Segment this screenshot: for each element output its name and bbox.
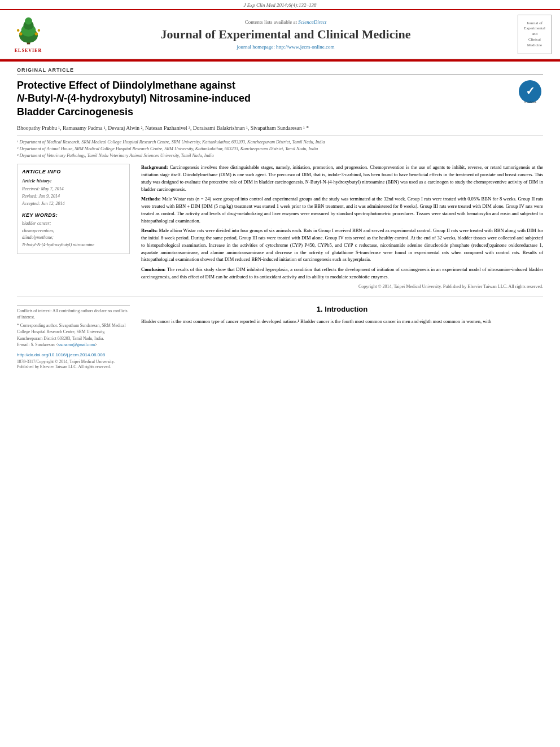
corresponding-star: * Corresponding author. — [17, 323, 58, 328]
section-divider — [17, 296, 543, 296]
journal-logo-right: Journal ofExperimentalandClinicalMedicin… — [515, 15, 554, 54]
journal-homepage: journal homepage: http://www.jecm-online… — [56, 44, 515, 50]
conclusion-paragraph: Conclusion: The results of this study sh… — [141, 266, 543, 281]
affiliation-1: ¹ Department of Medical Research, SRM Me… — [17, 139, 543, 146]
elsevier-label: ELSEVIER — [15, 48, 42, 53]
svg-point-4 — [25, 18, 32, 25]
homepage-label: journal homepage: — [237, 44, 275, 50]
keyword-3: diindolymethane; — [22, 234, 125, 242]
journal-center: Contents lists available at ScienceDirec… — [56, 15, 515, 54]
elsevier-tree-icon — [13, 16, 44, 47]
background-label: Background: — [141, 164, 168, 170]
citation-text: J Exp Clin Med 2014;6(4):132–138 — [244, 2, 317, 8]
article-info-box: ARTICLE INFO Article history: Received: … — [17, 164, 130, 254]
doi-block: http://dx.doi.org/10.1016/j.jecm.2014.06… — [17, 352, 130, 369]
abstract-block: Background: Carcinogenesis involves thre… — [141, 164, 543, 290]
svg-point-5 — [19, 32, 23, 35]
bottom-right-col: 1. Introduction Bladder cancer is the mo… — [141, 302, 543, 370]
keyword-1: bladder cancer; — [22, 220, 125, 228]
two-col-layout: ARTICLE INFO Article history: Received: … — [0, 164, 560, 290]
copyright-line: Copyright © 2014, Taipei Medical Univers… — [141, 283, 543, 290]
email-link[interactable]: ssunamo@gmail.com — [58, 342, 95, 347]
intro-heading: 1. Introduction — [141, 305, 543, 313]
journal-logo-box: Journal ofExperimentalandClinicalMedicin… — [518, 15, 552, 54]
svg-point-6 — [34, 32, 38, 35]
article-title-block: Protective Effect of Diindolylmethane ag… — [17, 79, 543, 119]
methods-paragraph: Methods: Male Wistar rats (n = 24) were … — [141, 195, 543, 224]
section-label: ORIGINAL ARTICLE — [17, 67, 543, 75]
science-direct-text: Contents lists available at — [245, 19, 297, 25]
citation-bar: J Exp Clin Med 2014;6(4):132–138 — [0, 0, 560, 9]
conflict-note: Conflicts of interest: All contributing … — [17, 305, 130, 321]
issn-line: 1878-3317/Copyright © 2014, Taipei Medic… — [17, 359, 130, 369]
logo-text: Journal ofExperimentalandClinicalMedicin… — [524, 21, 545, 49]
svg-point-7 — [16, 29, 19, 32]
left-column: ARTICLE INFO Article history: Received: … — [17, 164, 130, 290]
article-info-title: ARTICLE INFO — [22, 169, 125, 174]
methods-text: Male Wistar rats (n = 24) were grouped i… — [141, 196, 543, 223]
homepage-url[interactable]: http://www.jecm-online.com — [276, 44, 334, 50]
science-direct-link[interactable]: ScienceDirect — [298, 19, 326, 25]
corresponding-author-note: * Corresponding author. Sivapatham Sunda… — [17, 322, 130, 348]
doi-link[interactable]: http://dx.doi.org/10.1016/j.jecm.2014.06… — [17, 352, 130, 357]
background-text: Carcinogenesis involves three distinguis… — [141, 164, 543, 191]
received-date: Received: May 7, 2014 — [22, 186, 125, 193]
keyword-2: chemoprevention; — [22, 228, 125, 235]
email-label: E-mail: — [17, 342, 30, 347]
elsevier-logo: ELSEVIER — [6, 15, 51, 54]
results-paragraph: Results: Male albino Wistar rats were di… — [141, 227, 543, 263]
right-column-abstract: Background: Carcinogenesis involves thre… — [141, 164, 543, 290]
science-direct-line: Contents lists available at ScienceDirec… — [56, 19, 515, 25]
page: J Exp Clin Med 2014;6(4):132–138 ELSEVIE… — [0, 0, 560, 747]
bottom-two-col: Conflicts of interest: All contributing … — [0, 302, 560, 370]
intro-paragraph: Bladder cancer is the most common type o… — [141, 318, 491, 324]
affiliation-3: ³ Department of Veterinary Pathology, Ta… — [17, 152, 543, 159]
svg-text:✓: ✓ — [526, 85, 535, 97]
journal-header: ELSEVIER Contents lists available at Sci… — [0, 9, 560, 59]
accepted-date: Accepted: Jun 12, 2014 — [22, 200, 125, 208]
crossmark-logo: ✓ CrossMark — [518, 79, 543, 104]
conclusion-text: The results of this study show that DIM … — [141, 267, 543, 279]
svg-text:CrossMark: CrossMark — [524, 101, 537, 103]
intro-text: Bladder cancer is the most common type o… — [141, 318, 543, 325]
background-paragraph: Background: Carcinogenesis involves thre… — [141, 164, 543, 193]
bottom-left-col: Conflicts of interest: All contributing … — [17, 302, 130, 370]
svg-point-8 — [37, 29, 40, 32]
authors-line: Bhoopathy Prabhu ¹, Ramasamy Padma ¹, De… — [17, 124, 543, 132]
keyword-4: N-butyl-N-(4-hydroxybutyl) nitrosamine — [22, 242, 125, 249]
keywords-title: KEY WORDS: — [22, 212, 125, 218]
methods-label: Methods: — [141, 196, 160, 202]
keywords-section: KEY WORDS: bladder cancer; chemopreventi… — [22, 212, 125, 249]
article-title: Protective Effect of Diindolylmethane ag… — [17, 79, 464, 119]
revised-date: Revised: Jun 9, 2014 — [22, 193, 125, 200]
results-label: Results: — [141, 228, 158, 233]
affiliations-block: ¹ Department of Medical Research, SRM Me… — [17, 136, 543, 159]
conclusion-label: Conclusion: — [141, 267, 165, 272]
results-text: Male albino Wistar rats were divided int… — [141, 228, 543, 262]
article-history-label: Article history: — [22, 178, 125, 184]
article-section: ORIGINAL ARTICLE Protective Effect of Di… — [0, 62, 560, 159]
journal-title: Journal of Experimental and Clinical Med… — [56, 27, 515, 42]
affiliation-2: ² Department of Animal House, SRM Medica… — [17, 146, 543, 152]
